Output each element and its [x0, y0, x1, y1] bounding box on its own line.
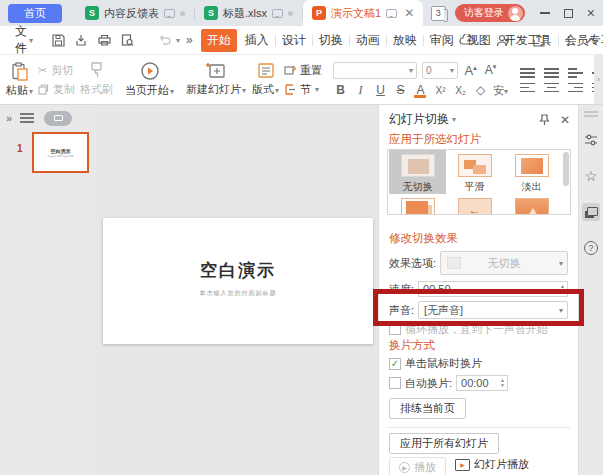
minimize-button[interactable] [540, 12, 550, 14]
transition-fade[interactable]: 淡出 [503, 150, 560, 194]
superscript-button[interactable]: X² [433, 85, 448, 96]
layout-button[interactable]: 版式▾ [249, 55, 282, 104]
copy-icon [38, 84, 49, 95]
object-properties-icon[interactable] [582, 131, 600, 149]
auto-advance-time-input[interactable]: 00:00 ▲▼ [456, 375, 508, 391]
cloud-sync-icon[interactable] [458, 32, 475, 49]
underline-button[interactable]: U [373, 83, 388, 97]
slide-subtitle[interactable]: 单击输入您的封面副标题 [103, 289, 373, 298]
rehearse-button[interactable]: 排练当前页 [389, 398, 466, 419]
file-menu[interactable]: 文件 [15, 23, 27, 57]
toolbar-expand-strip[interactable]: › [594, 55, 603, 104]
italic-button[interactable]: I [353, 83, 368, 98]
collapse-ribbon-icon[interactable] [586, 33, 597, 47]
paste-button[interactable]: 粘贴▾ [3, 55, 36, 104]
undo-icon[interactable] [157, 32, 172, 49]
tab-doc-spreadsheet-1[interactable]: S 内容反馈表 [76, 0, 194, 26]
ribbon-tab-slideshow[interactable]: 放映 [387, 29, 423, 52]
sound-select[interactable]: [无声音] ▾ [418, 301, 568, 319]
clear-format-icon[interactable]: ◇ [473, 83, 488, 97]
slide-thumbnail-1[interactable]: 空白演示 单击输入您的封面副标题 [32, 132, 89, 173]
ribbon-tab-design[interactable]: 设计 [276, 29, 312, 52]
transition-shape[interactable]: 形状 [503, 194, 560, 215]
pin-icon[interactable] [539, 114, 550, 126]
effect-option-select[interactable]: 无切换 ▾ [440, 251, 568, 275]
slideshow-play-button[interactable]: 幻灯片播放 [455, 457, 529, 472]
transition-pane-icon[interactable] [582, 203, 600, 221]
numbered-list-icon[interactable] [544, 68, 559, 78]
maximize-button[interactable] [564, 9, 573, 18]
tab-doc-presentation-active[interactable]: P 演示文稿1 ✕ [303, 0, 423, 26]
apply-all-button[interactable]: 应用于所有幻灯片 [389, 433, 499, 454]
align-right-icon[interactable] [568, 83, 583, 93]
font-family-select[interactable]: ▾ [333, 62, 417, 79]
comment-bubble-icon[interactable] [164, 9, 175, 18]
more-options-icon[interactable]: ⋮ [562, 33, 575, 48]
document-count-badge[interactable]: 3 [431, 6, 446, 21]
decrease-indent-icon[interactable] [568, 68, 583, 78]
save-icon[interactable] [51, 32, 66, 49]
help-icon[interactable]: ? [582, 239, 600, 257]
ribbon-tab-insert[interactable]: 插入 [239, 29, 275, 52]
transition-none[interactable]: 无切换 [389, 150, 446, 194]
subscript-button[interactable]: X₂ [453, 85, 468, 96]
close-panel-icon[interactable]: ✕ [560, 113, 570, 127]
guest-login-button[interactable]: 访客登录 [455, 4, 525, 22]
close-window-button[interactable]: × [587, 5, 595, 21]
format-painter-button[interactable]: 格式刷 [77, 55, 116, 104]
tab-doc-spreadsheet-2[interactable]: S 标题.xlsx [195, 0, 302, 26]
bullet-list-icon[interactable] [520, 68, 535, 78]
transition-smooth[interactable]: 平滑 [446, 150, 503, 194]
increase-font-icon[interactable]: A▴ [463, 63, 478, 78]
copy-button[interactable]: 复制 [38, 82, 75, 97]
add-user-icon[interactable] [494, 32, 511, 49]
gallery-scrollbar[interactable] [563, 152, 569, 186]
ribbon-tab-home[interactable]: 开始 [201, 29, 237, 52]
speed-value: 00.50 [423, 283, 451, 295]
tab-home[interactable]: 首页 [8, 4, 62, 23]
export-icon[interactable] [74, 32, 89, 49]
transition-cut[interactable]: 切出 [389, 194, 446, 215]
new-slide-button[interactable]: 新建幻灯片▾ [183, 55, 249, 104]
loop-sound-checkbox[interactable] [389, 323, 401, 335]
ribbon-tab-transition[interactable]: 切换 [313, 29, 349, 52]
apply-selected-header: 应用于所选幻灯片 [389, 132, 481, 147]
reset-button[interactable]: 重置 [284, 63, 322, 78]
speed-input[interactable]: 00.50 ▲▼ [418, 281, 568, 297]
outline-view-icon[interactable] [20, 113, 34, 123]
print-preview-icon[interactable] [120, 32, 135, 49]
content-area: » 1 空白演示 单击输入您的封面副标题 空白演示 单击输入您的封面副标题 幻灯… [0, 105, 603, 475]
slide-view-toggle[interactable] [44, 111, 72, 126]
expand-panel-icon[interactable]: » [6, 112, 10, 124]
transition-wipe[interactable]: ← 擦除 [446, 194, 503, 215]
decrease-font-icon[interactable]: A▾ [483, 63, 498, 77]
chevron-down-icon[interactable]: ▾ [176, 36, 180, 45]
copy-label: 复制 [53, 82, 75, 97]
strikethrough-button[interactable]: S [393, 83, 408, 97]
smart-features-icon[interactable]: ☆ [582, 167, 600, 185]
cut-button[interactable]: ✂ 剪切 [38, 63, 75, 78]
comment-bubble-icon[interactable] [386, 9, 397, 18]
comment-bubble-icon[interactable] [272, 9, 283, 18]
on-click-checkbox[interactable]: ✓ [389, 358, 401, 370]
font-size-select[interactable]: 0▾ [422, 62, 458, 79]
slide-editor[interactable]: 空白演示 单击输入您的封面副标题 [103, 218, 373, 344]
bold-button[interactable]: B [333, 83, 348, 97]
auto-advance-checkbox[interactable] [389, 377, 401, 389]
share-icon[interactable] [530, 32, 547, 49]
section-button[interactable]: 节▾ [284, 82, 322, 97]
ribbon-tab-animation[interactable]: 动画 [350, 29, 386, 52]
drag-handle-icon[interactable] [584, 111, 598, 113]
chevron-down-icon[interactable]: ▾ [452, 115, 456, 124]
phonetic-guide-button[interactable]: 安▾ [493, 83, 508, 98]
align-left-icon[interactable] [520, 83, 535, 93]
play-button[interactable]: ▶ 播放 [389, 457, 446, 475]
slide-title[interactable]: 空白演示 [103, 259, 373, 282]
play-from-current-button[interactable]: 当页开始▾ [122, 55, 177, 104]
align-center-icon[interactable] [544, 83, 559, 93]
font-color-button[interactable]: A [413, 83, 428, 97]
transition-gallery: 无切换 平滑 淡出 切出 ← 擦除 [387, 149, 571, 215]
more-chevron-icon[interactable]: » [186, 33, 193, 47]
close-tab-icon[interactable]: ✕ [404, 6, 414, 20]
print-icon[interactable] [97, 32, 112, 49]
